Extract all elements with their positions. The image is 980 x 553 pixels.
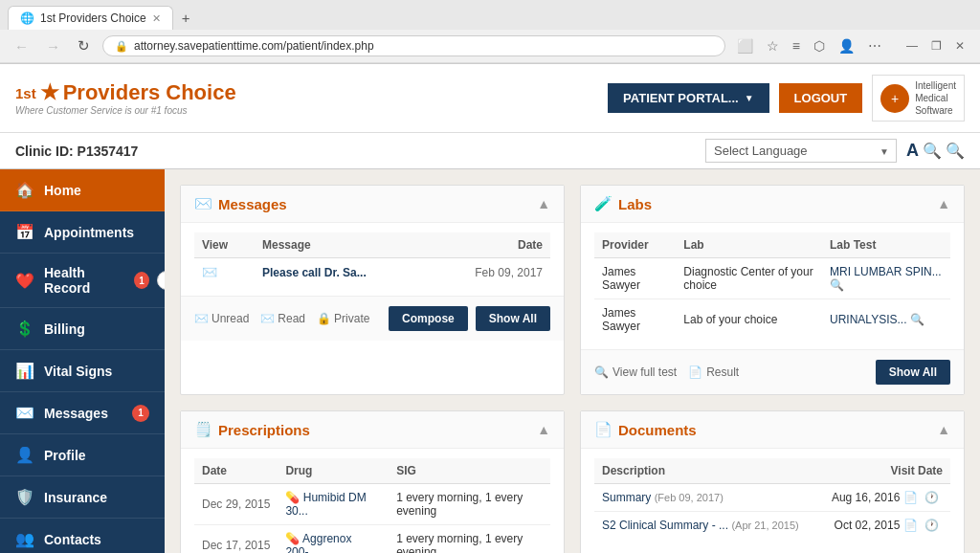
compose-button[interactable]: Compose bbox=[389, 306, 468, 331]
lock-icon: 🔒 bbox=[317, 312, 331, 325]
language-selector-wrapper[interactable]: Select Language English Spanish French bbox=[705, 139, 897, 163]
doc-date-label-2: (Apr 21, 2015) bbox=[731, 520, 798, 531]
labs-show-all-button[interactable]: Show All bbox=[876, 360, 950, 385]
prescriptions-collapse-btn[interactable]: ▲ bbox=[537, 422, 550, 437]
sidebar-item-messages[interactable]: ✉️ Messages 1 bbox=[0, 392, 165, 434]
forward-btn[interactable]: → bbox=[41, 36, 65, 56]
read-icon: ✉️ bbox=[260, 312, 275, 325]
doc-description-2[interactable]: S2 Clinical Summary - ... (Apr 21, 2015) bbox=[594, 512, 817, 540]
search-icon-small: 🔍 bbox=[594, 365, 609, 379]
lab-test-2[interactable]: URINALYSIS... 🔍 bbox=[822, 299, 950, 341]
accessibility-icon[interactable]: A bbox=[906, 141, 919, 161]
labs-collapse-btn[interactable]: ▲ bbox=[937, 196, 950, 211]
logo-star: ★ bbox=[40, 80, 59, 105]
minimize-btn[interactable]: — bbox=[901, 37, 924, 55]
refresh-btn[interactable]: ↻ bbox=[73, 35, 95, 56]
doc-clock-icon-1[interactable]: 🕐 bbox=[924, 491, 939, 504]
messages-show-all-button[interactable]: Show All bbox=[476, 306, 550, 331]
close-btn[interactable]: ✕ bbox=[949, 37, 970, 55]
maximize-btn[interactable]: ❐ bbox=[925, 37, 947, 55]
labs-col-test: Lab Test bbox=[822, 232, 950, 258]
language-select[interactable]: Select Language English Spanish French bbox=[705, 139, 897, 163]
labs-card-footer: 🔍 View full test 📄 Result Show All bbox=[581, 349, 964, 394]
logout-button[interactable]: LOGOUT bbox=[779, 83, 863, 113]
documents-collapse-btn[interactable]: ▲ bbox=[937, 422, 950, 437]
unread-label: Unread bbox=[212, 312, 249, 325]
doc-file-icon-1[interactable]: 📄 bbox=[903, 491, 918, 504]
messages-icon: ✉️ bbox=[15, 404, 34, 422]
lab-search-icon-1: 🔍 bbox=[830, 278, 844, 292]
sidebar-item-contacts[interactable]: 👥 Contacts bbox=[0, 519, 165, 553]
sidebar-item-insurance[interactable]: 🛡️ Insurance bbox=[0, 476, 165, 519]
profile-icon: 👤 bbox=[15, 446, 34, 464]
documents-title-icon: 📄 bbox=[594, 421, 612, 438]
sidebar-collapse-btn[interactable]: ‹ bbox=[157, 271, 165, 290]
unread-filter[interactable]: ✉️ Unread bbox=[194, 312, 249, 325]
doc-summary-link-1[interactable]: Summary bbox=[602, 491, 655, 504]
account-btn[interactable]: 👤 bbox=[835, 36, 858, 55]
star-btn[interactable]: ☆ bbox=[763, 36, 783, 55]
menu-btn[interactable]: ≡ bbox=[789, 36, 804, 55]
documents-card-title: 📄 Documents bbox=[594, 421, 697, 438]
result-link[interactable]: 📄 Result bbox=[688, 365, 739, 379]
table-row: James Sawyer Lab of your choice URINALYS… bbox=[594, 299, 950, 341]
labs-col-provider: Provider bbox=[594, 232, 676, 258]
lab-test-1[interactable]: MRI LUMBAR SPIN... 🔍 bbox=[822, 258, 950, 299]
doc-date-label-1: (Feb 09, 2017) bbox=[655, 492, 724, 503]
private-filter[interactable]: 🔒 Private bbox=[317, 312, 369, 325]
clinic-id-label: Clinic ID: P1357417 bbox=[15, 144, 138, 159]
doc-file-icon-2[interactable]: 📄 bbox=[903, 519, 918, 532]
cast-btn[interactable]: ⬡ bbox=[810, 36, 829, 55]
unread-icon: ✉️ bbox=[194, 312, 209, 325]
back-btn[interactable]: ← bbox=[10, 36, 33, 56]
bookmarks-btn[interactable]: ⬜ bbox=[733, 36, 757, 55]
table-row: James Sawyer Diagnostic Center of your c… bbox=[594, 258, 950, 299]
sidebar-label-vital-signs: Vital Signs bbox=[44, 364, 112, 379]
doc-description-1[interactable]: Summary (Feb 09, 2017) bbox=[594, 484, 817, 512]
tab-bar: 🌐 1st Providers Choice ✕ + bbox=[0, 0, 980, 30]
sidebar-item-appointments[interactable]: 📅 Appointments bbox=[0, 211, 165, 254]
tab-close-btn[interactable]: ✕ bbox=[152, 12, 161, 25]
labs-card-title: 🧪 Labs bbox=[594, 195, 652, 212]
patient-portal-button[interactable]: PATIENT PORTAL... ▼ bbox=[608, 83, 769, 113]
search-icon-1[interactable]: 🔍 bbox=[923, 142, 942, 160]
doc-visit-date-1: Aug 16, 2016 📄 🕐 bbox=[817, 484, 950, 512]
sidebar-label-billing: Billing bbox=[44, 321, 85, 337]
sidebar-item-home[interactable]: 🏠 Home bbox=[0, 169, 165, 211]
prescriptions-card-title: 🗒️ Prescriptions bbox=[194, 421, 310, 438]
appointments-icon: 📅 bbox=[15, 223, 34, 241]
lock-icon: 🔒 bbox=[115, 40, 128, 53]
presc-drug-1[interactable]: 💊 Humibid DM 30... bbox=[278, 484, 389, 525]
read-label: Read bbox=[278, 312, 305, 325]
sidebar-label-contacts: Contacts bbox=[44, 532, 101, 547]
address-bar[interactable]: 🔒 attorney.savepatienttime.com/patient/i… bbox=[102, 35, 725, 56]
labs-card-body: Provider Lab Lab Test James Sawyer Diagn… bbox=[581, 223, 964, 349]
doc-col-description: Description bbox=[594, 458, 817, 484]
ims-logo: + Intelligent Medical Software bbox=[872, 75, 965, 122]
clinic-bar: Clinic ID: P1357417 Select Language Engl… bbox=[0, 133, 980, 169]
browser-chrome: 🌐 1st Providers Choice ✕ + ← → ↻ 🔒 attor… bbox=[0, 0, 980, 64]
presc-drug-2[interactable]: 💊 Aggrenox 200-... bbox=[278, 525, 389, 554]
search-icon-2[interactable]: 🔍 bbox=[946, 142, 965, 160]
doc-clock-icon-2[interactable]: 🕐 bbox=[924, 519, 939, 532]
messages-col-view: View bbox=[194, 232, 255, 258]
sidebar-item-health-record[interactable]: ❤️ Health Record 1 ‹ bbox=[0, 254, 165, 308]
message-link[interactable]: Please call Dr. Sa... bbox=[262, 266, 367, 279]
messages-collapse-btn[interactable]: ▲ bbox=[537, 196, 550, 211]
doc-summary-link-2[interactable]: S2 Clinical Summary - ... bbox=[602, 519, 731, 532]
sidebar-item-billing[interactable]: 💲 Billing bbox=[0, 308, 165, 350]
ims-icon: + bbox=[880, 84, 909, 113]
more-btn[interactable]: ⋯ bbox=[864, 36, 885, 55]
compose-label: Compose bbox=[402, 312, 455, 325]
sidebar-item-vital-signs[interactable]: 📊 Vital Signs bbox=[0, 350, 165, 392]
new-tab-btn[interactable]: + bbox=[177, 8, 195, 28]
sidebar-label-profile: Profile bbox=[44, 448, 86, 463]
read-filter[interactable]: ✉️ Read bbox=[260, 312, 305, 325]
view-full-test-link[interactable]: 🔍 View full test bbox=[594, 365, 677, 379]
message-text[interactable]: Please call Dr. Sa... bbox=[255, 258, 429, 287]
browser-tab[interactable]: 🌐 1st Providers Choice ✕ bbox=[8, 6, 173, 30]
sidebar-item-profile[interactable]: 👤 Profile bbox=[0, 434, 165, 476]
prescriptions-title-text: Prescriptions bbox=[218, 422, 310, 438]
sidebar-label-health-record: Health Record bbox=[44, 265, 124, 296]
messages-title-text: Messages bbox=[218, 196, 287, 212]
